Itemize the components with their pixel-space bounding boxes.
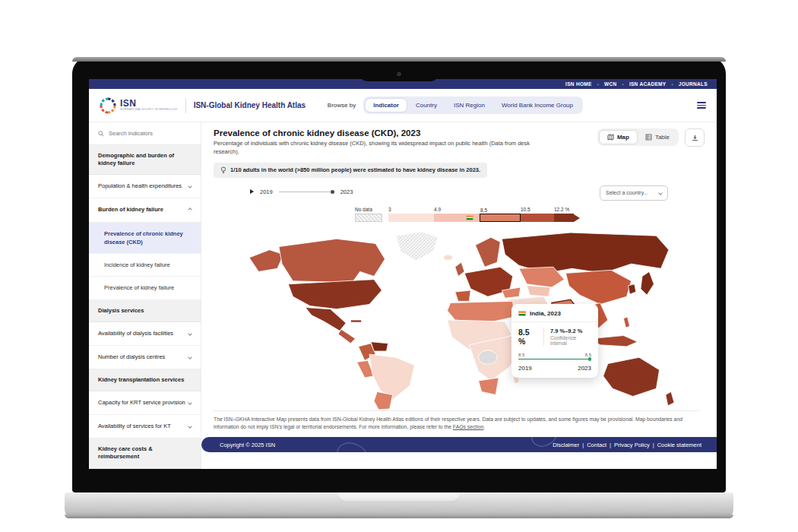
no-data-label: No data	[355, 207, 382, 212]
browse-by-label: Browse by	[328, 102, 356, 109]
map-region-australia[interactable]	[603, 357, 660, 396]
timeline-start-year: 2019	[260, 188, 273, 195]
sidebar-item-number-dialysis-centres[interactable]: Number of dialysis centres	[89, 346, 201, 369]
laptop-thumb-groove	[337, 492, 461, 502]
tab-isn-region[interactable]: ISN Region	[446, 99, 492, 112]
separator-dot: •	[597, 82, 599, 87]
camera-notch	[359, 62, 439, 81]
map-region-central-asia[interactable]	[527, 286, 550, 296]
footer-link-contact[interactable]: Contact	[587, 442, 606, 448]
table-icon	[645, 134, 652, 141]
chevron-down-icon	[658, 191, 663, 195]
map-region-usa[interactable]	[288, 279, 382, 309]
map-region-venezuela[interactable]	[371, 341, 388, 350]
map-region-argentina-chile[interactable]	[374, 391, 393, 410]
separator-dot: •	[671, 82, 673, 87]
trend-end-year: 2023	[578, 365, 591, 372]
menu-icon[interactable]	[697, 102, 706, 109]
topbar-link-journals[interactable]: JOURNALS	[679, 81, 708, 87]
map-view-button[interactable]: Map	[599, 130, 638, 144]
chevron-down-icon	[188, 424, 192, 429]
search-input[interactable]: Search indicators	[89, 122, 201, 145]
map-region-central-america[interactable]	[338, 329, 356, 343]
laptop-base-edge	[65, 515, 733, 518]
tab-world-bank-income-group[interactable]: World Bank Income Group	[494, 99, 581, 112]
map-region-alaska[interactable]	[249, 249, 283, 271]
sidebar-item-population-health-expenditures[interactable]: Population & health expenditures	[89, 175, 201, 198]
sidebar-item-availability-dialysis-facilities[interactable]: Availability of dialysis facilities	[89, 322, 201, 346]
no-data-swatch	[355, 214, 382, 222]
map-region-drc[interactable]	[479, 350, 498, 364]
map-region-japan[interactable]	[641, 271, 654, 295]
sidebar-section-dialysis-services: Dialysis services	[89, 300, 201, 322]
map-region-south-africa[interactable]	[479, 378, 499, 395]
tooltip-trend-chart: 8.5 8.5	[511, 351, 598, 361]
chevron-down-icon	[188, 184, 192, 188]
india-flag-icon	[466, 215, 473, 220]
map-region-china[interactable]	[565, 270, 631, 304]
decorative-blob	[334, 439, 369, 452]
map-region-iberia[interactable]	[455, 290, 471, 301]
footer-link-disclaimer[interactable]: Disclaimer	[553, 442, 579, 448]
view-controls: Map Table	[597, 128, 705, 147]
map-region-caribbean[interactable]	[350, 320, 361, 322]
topbar-link-isn-home[interactable]: ISN HOME	[565, 81, 592, 87]
footer-link-privacy-policy[interactable]: Privacy Policy	[614, 442, 650, 448]
tab-indicator[interactable]: Indicator	[366, 99, 407, 112]
download-button[interactable]	[685, 128, 705, 147]
topbar-link-isn-academy[interactable]: ISN ACADEMY	[629, 81, 667, 87]
footer-link-cookie-statement[interactable]: Cookie statement	[657, 442, 701, 448]
trend-end-value: 8.5	[585, 353, 591, 357]
tab-country[interactable]: Country	[408, 99, 445, 112]
legend-segment: 12.2 %	[554, 214, 574, 222]
table-view-button[interactable]: Table	[638, 131, 677, 144]
trend-point	[588, 357, 592, 361]
map-icon	[607, 134, 614, 141]
faqs-link[interactable]: FAQs section	[453, 424, 483, 429]
map-region-mexico[interactable]	[306, 307, 346, 331]
sidebar-section-demographic: Demographic and burden of kidney failure	[89, 145, 201, 175]
isn-logo[interactable]: ISN INTERNATIONAL SOCIETY OF NEPHROLOGY	[100, 97, 178, 114]
map-region-united-kingdom[interactable]	[455, 262, 464, 276]
sidebar-item-prevalence-ckd[interactable]: Prevalence of chronic kidney disease (CK…	[89, 223, 201, 255]
country-select[interactable]: Select a country...	[600, 185, 668, 201]
app-header: ISN INTERNATIONAL SOCIETY OF NEPHROLOGY …	[89, 89, 717, 122]
tooltip-country: India, 2023	[530, 310, 561, 317]
sidebar-item-capacity-krt[interactable]: Capacity for KRT service provision	[89, 391, 201, 415]
sidebar-item-incidence-kidney-failure[interactable]: Incidence of kidney failure	[89, 254, 201, 277]
timeline-end-year: 2023	[340, 188, 353, 195]
indicator-sidebar: Search indicators Demographic and burden…	[89, 122, 201, 469]
map-region-russia[interactable]	[502, 233, 669, 273]
view-toggle: Map Table	[597, 128, 679, 146]
timeline-handle[interactable]	[331, 190, 334, 194]
map-region-scandinavia[interactable]	[475, 237, 500, 267]
isn-ring-icon	[100, 97, 116, 114]
highlight-banner: 1/10 adults in the world (>850 million p…	[214, 163, 487, 178]
sidebar-section-kidney-care-costs: Kidney care costs & reimbursement	[89, 439, 201, 468]
map-region-brazil[interactable]	[369, 354, 414, 400]
chevron-down-icon	[188, 331, 192, 336]
app-body: Search indicators Demographic and burden…	[89, 122, 717, 469]
divider	[185, 98, 186, 113]
map-region-korea[interactable]	[629, 283, 636, 293]
map-region-philippines[interactable]	[623, 317, 629, 328]
map-region-north-africa[interactable]	[448, 301, 515, 323]
map-legend: No data 3 4.9 8.5 10.5 12.2 %	[355, 204, 705, 221]
chevron-down-icon	[188, 401, 192, 405]
topbar-link-wcn[interactable]: WCN	[604, 81, 616, 87]
sidebar-item-burden-of-kidney-failure[interactable]: Burden of kidney failure	[89, 198, 201, 222]
tooltip-ci-label: Confidence interval	[550, 335, 591, 346]
download-icon	[692, 135, 698, 141]
sidebar-item-prevalence-kidney-failure[interactable]: Prevalence of kidney failure	[89, 277, 201, 299]
timeline-track[interactable]	[279, 192, 331, 192]
trend-start-year: 2019	[518, 365, 532, 372]
sidebar-item-availability-services-kt[interactable]: Availability of services for KT	[89, 415, 201, 439]
search-icon	[98, 131, 104, 137]
map-region-new-zealand[interactable]	[666, 391, 674, 405]
map-region-greenland-hatch	[396, 232, 438, 261]
india-flag-icon	[518, 311, 526, 316]
map-region-canada[interactable]	[279, 239, 385, 282]
map-region-iceland[interactable]	[443, 255, 452, 260]
play-icon[interactable]	[250, 189, 254, 194]
page: ISN HOME • WCN • ISN ACADEMY • JOURNALS	[0, 0, 798, 532]
